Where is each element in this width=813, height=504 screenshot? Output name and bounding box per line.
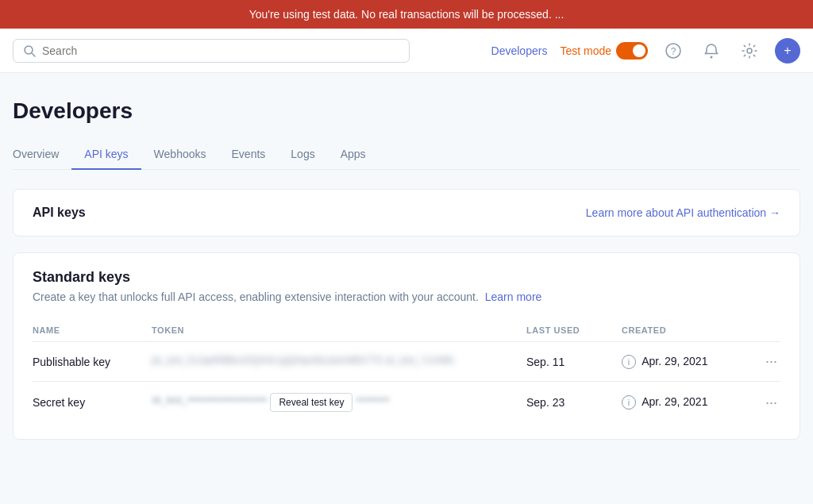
key-last-used-publishable: Sep. 11 <box>526 342 622 382</box>
key-created-secret: i Apr. 29, 2021 <box>622 382 749 424</box>
key-token-publishable: pk_test_51JqeR8BtrxiGQH4c1gQHqm8zudsAhBf… <box>152 342 526 382</box>
api-auth-learn-more-link[interactable]: Learn more about API authentication → <box>586 206 780 219</box>
api-keys-section-title: API keys <box>33 206 86 220</box>
tab-overview[interactable]: Overview <box>13 140 71 170</box>
table-row: Publishable key pk_test_51JqeR8BtrxiGQH4… <box>33 342 780 382</box>
test-mode-label: Test mode <box>560 44 611 57</box>
nav-right-group: Developers Test mode ? + <box>491 38 800 63</box>
col-header-token: TOKEN <box>152 319 526 342</box>
api-keys-header: API keys Learn more about API authentica… <box>33 206 780 220</box>
reveal-test-key-button[interactable]: Reveal test key <box>270 393 353 412</box>
tab-api-keys[interactable]: API keys <box>71 140 141 170</box>
main-content: Developers Overview API keys Webhooks Ev… <box>0 73 813 440</box>
settings-button[interactable] <box>737 38 762 63</box>
key-token-secret: sk_test_•••••••••••••••••••••••• Reveal … <box>152 382 526 424</box>
token-blurred-publishable: pk_test_51JqeR8BtrxiGQH4c1gQHqm8zudsAhBf… <box>152 355 453 366</box>
test-mode-toggle[interactable] <box>616 42 648 60</box>
notifications-button[interactable] <box>699 38 724 63</box>
svg-line-1 <box>32 53 35 56</box>
gear-icon <box>742 43 757 59</box>
standard-keys-description: Create a key that unlocks full API acces… <box>33 290 780 303</box>
top-navigation: Developers Test mode ? + <box>0 29 813 73</box>
bell-icon <box>703 43 719 59</box>
key-name-publishable: Publishable key <box>33 342 152 382</box>
search-icon <box>23 44 36 57</box>
info-icon-secret[interactable]: i <box>622 395 636 410</box>
api-keys-card: API keys Learn more about API authentica… <box>13 189 800 237</box>
api-keys-table: NAME TOKEN LAST USED CREATED Publishable… <box>33 319 780 423</box>
more-actions-button-secret[interactable]: ··· <box>762 394 780 411</box>
col-header-name: NAME <box>33 319 152 342</box>
table-row: Secret key sk_test_•••••••••••••••••••••… <box>33 382 780 424</box>
svg-point-4 <box>711 56 713 58</box>
search-box[interactable] <box>13 39 410 63</box>
standard-keys-learn-more-link[interactable]: Learn more <box>485 290 542 303</box>
tab-webhooks[interactable]: Webhooks <box>141 140 219 170</box>
add-icon: + <box>784 44 791 58</box>
tab-logs[interactable]: Logs <box>278 140 327 170</box>
token-blurred-secret: sk_test_•••••••••••••••••••••••• <box>152 394 268 406</box>
user-avatar-button[interactable]: + <box>775 38 800 63</box>
standard-keys-card: Standard keys Create a key that unlocks … <box>13 252 800 440</box>
key-actions-publishable: ··· <box>749 342 780 382</box>
more-actions-button-publishable[interactable]: ··· <box>762 353 780 370</box>
tab-apps[interactable]: Apps <box>328 140 379 170</box>
col-header-created: CREATED <box>622 319 749 342</box>
developer-tabs: Overview API keys Webhooks Events Logs A… <box>13 140 800 170</box>
info-icon-publishable[interactable]: i <box>622 355 636 369</box>
key-name-secret: Secret key <box>33 382 152 424</box>
col-header-actions <box>749 319 780 342</box>
col-header-last-used: LAST USED <box>526 319 622 342</box>
developers-nav-link[interactable]: Developers <box>491 44 548 57</box>
token-blurred-secret-end: •••••••••• <box>356 394 389 406</box>
search-input[interactable] <box>42 44 399 57</box>
standard-keys-title: Standard keys <box>33 269 780 286</box>
tab-events[interactable]: Events <box>219 140 279 170</box>
svg-text:?: ? <box>671 46 676 57</box>
key-created-publishable: i Apr. 29, 2021 <box>622 342 749 382</box>
svg-point-5 <box>747 48 752 53</box>
page-title: Developers <box>13 98 800 124</box>
key-actions-secret: ··· <box>749 382 780 424</box>
test-mode-banner: You're using test data. No real transact… <box>0 0 813 29</box>
key-last-used-secret: Sep. 23 <box>526 382 622 424</box>
test-mode-group: Test mode <box>560 42 648 60</box>
help-icon: ? <box>665 43 681 59</box>
help-button[interactable]: ? <box>661 38 686 63</box>
